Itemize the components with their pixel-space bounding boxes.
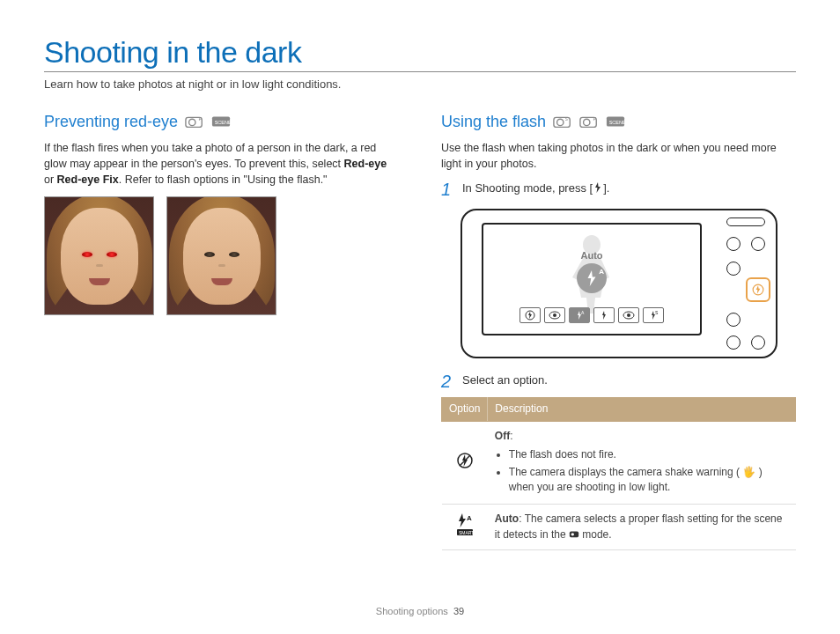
option-off-title: Off bbox=[495, 430, 510, 442]
smart-mode-inline-icon bbox=[569, 528, 579, 539]
page-subtitle: Learn how to take photos at night or in … bbox=[44, 77, 796, 91]
flash-auto-badge-icon: A bbox=[577, 263, 607, 293]
svg-point-9 bbox=[584, 119, 590, 125]
svg-text:S: S bbox=[565, 117, 568, 122]
right-column: Using the flash S P SCENE Use the flash … bbox=[441, 110, 796, 550]
flash-option-auto-icon: A bbox=[569, 307, 590, 323]
table-row: ASMART Auto: The camera selects a proper… bbox=[442, 505, 796, 550]
svg-point-15 bbox=[553, 313, 556, 317]
step-2-number: 2 bbox=[441, 372, 453, 390]
step-1-number: 1 bbox=[441, 181, 453, 198]
preventing-red-eye-heading: Preventing red-eye bbox=[44, 110, 178, 133]
step-2-text: Select an option. bbox=[462, 372, 796, 389]
svg-text:SCENE: SCENE bbox=[215, 120, 231, 125]
svg-point-1 bbox=[189, 119, 195, 125]
using-the-flash-heading: Using the flash bbox=[441, 110, 546, 133]
svg-text:P: P bbox=[199, 116, 203, 122]
svg-point-27 bbox=[571, 533, 573, 535]
step-1-text: In Shooting mode, press []. bbox=[462, 181, 796, 197]
svg-text:A: A bbox=[581, 310, 585, 315]
preventing-red-eye-body: If the flash fires when you take a photo… bbox=[44, 140, 399, 188]
flash-off-icon bbox=[456, 460, 474, 472]
screen-auto-label: Auto bbox=[580, 249, 602, 263]
flash-option-slow-icon: S bbox=[643, 307, 664, 323]
red-eye-photo-after bbox=[166, 196, 276, 315]
camera-p-mode-icon: P bbox=[579, 114, 599, 129]
page-footer: Shooting options 39 bbox=[0, 606, 840, 616]
camera-p-mode-icon: P bbox=[185, 114, 204, 129]
flash-auto-smart-icon: ASMART bbox=[455, 527, 475, 539]
svg-text:S: S bbox=[655, 310, 659, 315]
flash-option-fill-icon bbox=[593, 307, 615, 323]
red-eye-photo-before bbox=[44, 196, 154, 315]
flash-button-highlight bbox=[746, 277, 770, 302]
camera-power-switch-icon bbox=[726, 217, 765, 226]
table-row: Off: The flash does not fire. The camera… bbox=[442, 421, 796, 505]
svg-point-18 bbox=[627, 313, 630, 317]
svg-text:P: P bbox=[593, 116, 597, 122]
table-header-option: Option bbox=[442, 398, 488, 421]
flash-option-strip: A S bbox=[519, 307, 664, 323]
camera-back-diagram: Auto A A S bbox=[461, 205, 786, 364]
flash-option-off-icon bbox=[519, 307, 541, 323]
option-off-bullet: The flash does not fire. bbox=[509, 447, 789, 462]
option-auto-title: Auto bbox=[495, 512, 519, 525]
table-header-description: Description bbox=[488, 398, 796, 421]
flash-options-table: Option Description Off: The flash does n… bbox=[441, 397, 796, 550]
svg-text:SMART: SMART bbox=[459, 530, 474, 535]
flash-option-redeye-fix-icon bbox=[618, 307, 639, 323]
scene-mode-icon: SCENE bbox=[211, 114, 231, 129]
flash-button-icon bbox=[593, 182, 603, 193]
svg-text:SCENE: SCENE bbox=[609, 120, 625, 125]
svg-point-6 bbox=[557, 119, 564, 125]
svg-text:A: A bbox=[467, 514, 472, 522]
page-title: Shooting in the dark bbox=[44, 35, 796, 72]
scene-mode-icon: SCENE bbox=[606, 114, 625, 129]
left-column: Preventing red-eye P SCENE If the flash … bbox=[44, 110, 399, 550]
option-off-bullet: The camera displays the camera shake war… bbox=[509, 465, 789, 496]
camera-smart-mode-icon: S bbox=[553, 114, 572, 129]
using-the-flash-intro: Use the flash when taking photos in the … bbox=[441, 140, 796, 172]
flash-option-redeye-icon bbox=[544, 307, 565, 323]
